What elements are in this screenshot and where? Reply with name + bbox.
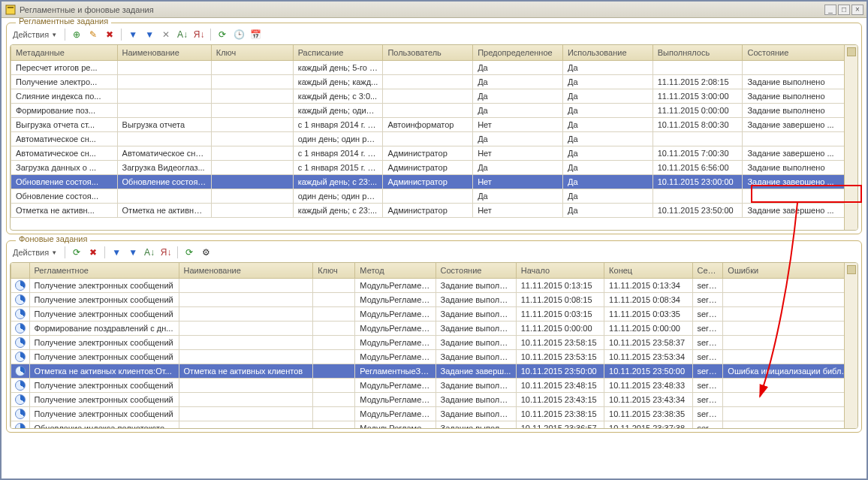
table-cell	[11, 321, 30, 335]
table-cell: МодульРегламен...	[355, 335, 436, 349]
table-cell: 10.11.2015 23:43:34	[604, 392, 692, 406]
clock-icon[interactable]: 🕒	[232, 28, 246, 41]
table-cell: Задание выполне...	[436, 335, 516, 349]
table-row[interactable]: Обновление индекса полнотексто...МодульР…	[11, 421, 857, 429]
filter-settings-icon[interactable]: ▼	[143, 28, 156, 41]
table-row[interactable]: Отметка не активн...Отметка не активны..…	[11, 203, 857, 217]
table-cell	[179, 278, 313, 292]
table-row[interactable]: Получение электронных сообщенийМодульРег…	[11, 306, 857, 321]
job-status-icon	[15, 423, 26, 429]
table-row[interactable]: Получение электро...каждый день; кажд...…	[11, 74, 857, 89]
close-button[interactable]: ×	[851, 5, 863, 15]
table-cell: Администратор	[383, 203, 473, 217]
scheduled-table[interactable]: МетаданныеНаименованиеКлючРасписаниеПоль…	[11, 45, 857, 218]
minimize-button[interactable]: _	[824, 5, 836, 15]
filter-settings-icon[interactable]: ▼	[126, 246, 140, 259]
delete-icon[interactable]: ✖	[103, 28, 116, 41]
table-row[interactable]: Загрузка данных о ...Загрузка Видеоглаз.…	[11, 160, 857, 174]
column-header[interactable]: Расписание	[293, 45, 383, 60]
refresh-icon[interactable]: ⟳	[215, 28, 229, 41]
table-row[interactable]: Обновление состоя...один день; один раз.…	[11, 189, 857, 203]
actions-dropdown[interactable]: Действия▼	[10, 29, 60, 41]
table-row[interactable]: Слияние индекса по...каждый день; с 3:0.…	[11, 89, 857, 103]
table-cell: 10.11.2015 7:00:30	[653, 146, 743, 160]
maximize-button[interactable]: □	[838, 5, 850, 15]
table-cell: Нет	[473, 117, 563, 131]
table-cell: 10.11.2015 23:53:34	[604, 349, 692, 364]
window-title: Регламентные и фоновые задания	[20, 5, 823, 14]
table-cell	[723, 378, 857, 392]
sort-asc-icon[interactable]: A↓	[176, 28, 189, 41]
column-header[interactable]: Метаданные	[11, 45, 118, 60]
table-cell: Формирование поздравлений с дн...	[29, 321, 179, 335]
table-cell: Да	[473, 74, 563, 89]
column-header[interactable]: Состояние	[743, 45, 857, 60]
table-cell: serv...	[692, 321, 723, 335]
settings-icon[interactable]: ⚙	[199, 246, 212, 259]
column-header[interactable]: Регламентное	[29, 263, 179, 278]
table-row[interactable]: Получение электронных сообщенийМодульРег…	[11, 278, 857, 292]
sort-asc-icon[interactable]: A↓	[143, 246, 156, 259]
column-header[interactable]: Использование	[562, 45, 653, 60]
column-header[interactable]: Сер...	[692, 263, 723, 278]
column-header[interactable]: Состояние	[436, 263, 516, 278]
table-cell: 10.11.2015 23:36:57	[516, 421, 604, 429]
table-row[interactable]: Получение электронных сообщенийМодульРег…	[11, 406, 857, 421]
filter-clear-icon[interactable]: ✕	[159, 28, 173, 41]
edit-icon[interactable]: ✎	[86, 28, 100, 41]
table-row[interactable]: Формирование поздравлений с дн...МодульР…	[11, 321, 857, 335]
table-cell: Отметка не активных клиентов	[179, 364, 313, 378]
column-header[interactable]: Пользователь	[383, 45, 473, 60]
table-row[interactable]: Выгрузка отчета ст...Выгрузка отчетас 1 …	[11, 117, 857, 131]
column-header[interactable]: Наименование	[117, 45, 211, 60]
scrollbar[interactable]	[844, 45, 857, 230]
table-cell	[179, 406, 313, 421]
background-jobs-legend: Фоновые задания	[16, 234, 90, 243]
table-row[interactable]: Пересчет итогов ре...каждый день; 5-го ч…	[11, 60, 857, 74]
column-header[interactable]: Ошибки	[723, 263, 857, 278]
table-row[interactable]: Обновление состоя...Обновление состоян..…	[11, 174, 857, 189]
filter-icon[interactable]: ▼	[110, 246, 123, 259]
table-cell: 10.11.2015 6:56:00	[653, 160, 743, 174]
delete-icon[interactable]: ✖	[86, 246, 100, 259]
table-row[interactable]: Получение электронных сообщенийМодульРег…	[11, 349, 857, 364]
table-row[interactable]: Формирование поз...каждый день; один ...…	[11, 103, 857, 117]
sort-desc-icon[interactable]: Я↓	[159, 246, 173, 259]
refresh2-icon[interactable]: ⟳	[182, 246, 196, 259]
column-header[interactable]: Метод	[355, 263, 436, 278]
column-header[interactable]: Предопределенное	[473, 45, 563, 60]
column-header[interactable]: Начало	[516, 263, 604, 278]
table-cell: Ошибка инициализации библи...	[723, 364, 857, 378]
table-row[interactable]: Отметка не активных клиентов:От...Отметк…	[11, 364, 857, 378]
table-row[interactable]: Автоматическое сн...один день; один раз.…	[11, 131, 857, 146]
refresh-icon[interactable]: ⟳	[70, 246, 83, 259]
table-row[interactable]: Получение электронных сообщенийМодульРег…	[11, 378, 857, 392]
actions-dropdown[interactable]: Действия▼	[10, 246, 60, 258]
column-header[interactable]: Ключ	[211, 45, 293, 60]
table-cell: с 1 января 2014 г. к...	[293, 146, 383, 160]
calendar-icon[interactable]: 📅	[249, 28, 262, 41]
table-cell	[313, 378, 355, 392]
column-header[interactable]: Ключ	[313, 263, 355, 278]
filter-icon[interactable]: ▼	[126, 28, 140, 41]
column-header[interactable]: Наименование	[179, 263, 313, 278]
table-row[interactable]: Получение электронных сообщенийМодульРег…	[11, 335, 857, 349]
sort-desc-icon[interactable]: Я↓	[192, 28, 206, 41]
table-cell: каждый день; один ...	[293, 103, 383, 117]
table-cell: каждый день; с 23:...	[293, 203, 383, 217]
column-header[interactable]: Выполнялось	[653, 45, 743, 60]
table-cell	[723, 421, 857, 429]
background-table[interactable]: РегламентноеНаименованиеКлючМетодСостоян…	[11, 263, 857, 429]
table-row[interactable]: Получение электронных сообщенийМодульРег…	[11, 392, 857, 406]
table-cell: Да	[562, 189, 653, 203]
scrollbar[interactable]	[844, 263, 857, 428]
table-row[interactable]: Автоматическое сн...Автоматическое сня..…	[11, 146, 857, 160]
table-cell	[179, 421, 313, 429]
table-cell: 10.11.2015 23:38:15	[516, 406, 604, 421]
table-row[interactable]: Получение электронных сообщенийМодульРег…	[11, 292, 857, 306]
table-cell: МодульРегламен...	[355, 421, 436, 429]
table-cell: Задание завершено ...	[743, 203, 857, 217]
column-header[interactable]	[11, 263, 30, 278]
column-header[interactable]: Конец	[604, 263, 692, 278]
add-icon[interactable]: ⊕	[70, 28, 83, 41]
